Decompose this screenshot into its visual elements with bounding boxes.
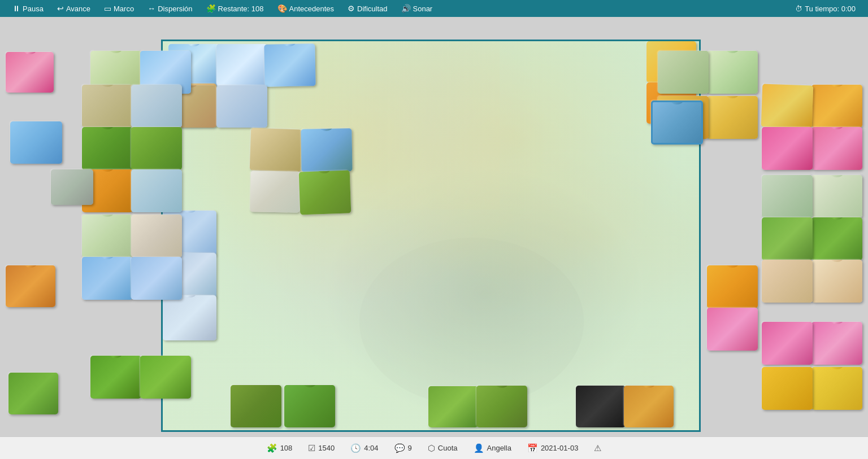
lmid-piece-6[interactable] (131, 127, 182, 170)
board-piece-13[interactable] (284, 385, 335, 427)
date-value: 2021-01-03 (541, 444, 579, 452)
pause-label: Pausa (23, 5, 44, 13)
advance-icon: ↩ (57, 4, 64, 13)
right-piece-4[interactable] (762, 127, 813, 170)
user-display: 👤 Angella (474, 443, 511, 453)
board-piece-19[interactable] (301, 128, 352, 172)
right-piece-8[interactable] (762, 217, 813, 260)
puzzle-board[interactable] (161, 40, 701, 432)
right-piece-3[interactable] (811, 127, 862, 170)
right-piece-1[interactable] (811, 85, 862, 128)
warning-button[interactable]: ⚠ (594, 443, 601, 453)
clock-icon: ⏱ (795, 5, 802, 13)
warning-icon: ⚠ (594, 443, 601, 453)
difficulty-icon: ⚙ (348, 4, 355, 13)
board-piece-15[interactable] (476, 386, 527, 427)
lmid-piece-13[interactable] (90, 356, 141, 399)
board-piece-2[interactable] (216, 44, 267, 86)
pieces-value: 108 (280, 444, 293, 452)
calendar-icon: 📅 (527, 443, 538, 453)
right-piece-13[interactable] (811, 367, 862, 410)
time-display: 🕓 4:04 (350, 443, 378, 453)
statusbar: 🧩 108 ☑ 1540 🕓 4:04 💬 9 ⬡ Cuota 👤 Angell… (0, 436, 868, 459)
left-piece-1[interactable] (6, 52, 54, 93)
puzzle-icon: 🧩 (267, 443, 277, 453)
lmid-piece-3[interactable] (82, 85, 133, 128)
sound-label: Sonar (413, 5, 433, 13)
pieces-count: 🧩 108 (267, 443, 293, 453)
sound-button[interactable]: 🔊 Sonar (394, 0, 440, 17)
advance-button[interactable]: ↩ Avance (50, 0, 97, 17)
rmid-piece-5[interactable] (707, 265, 758, 308)
board-piece-21[interactable] (299, 170, 351, 215)
lmid-piece-4[interactable] (131, 85, 182, 128)
right-piece-6[interactable] (762, 175, 813, 218)
board-piece-9[interactable] (163, 295, 216, 340)
far-right-piece-1[interactable] (651, 100, 703, 145)
antecedents-label: Antecedentes (289, 5, 335, 13)
lmid-piece-9[interactable] (82, 215, 133, 257)
time-value: 4:04 (364, 444, 378, 452)
right-piece-5[interactable] (811, 175, 862, 218)
board-piece-18[interactable] (250, 128, 302, 172)
puzzle-area (0, 17, 868, 442)
right-piece-12[interactable] (762, 322, 813, 365)
rmid-piece-3[interactable] (707, 96, 758, 139)
sound-icon: 🔊 (401, 4, 411, 13)
cuota-label: Cuota (438, 444, 458, 452)
lmid-piece-12[interactable] (131, 257, 182, 300)
date-display: 📅 2021-01-03 (527, 443, 579, 453)
remaining-icon: 🧩 (206, 4, 216, 13)
board-piece-6[interactable] (216, 85, 267, 128)
small-piece-1[interactable] (51, 169, 93, 205)
dispersion-button[interactable]: ↔ Dispersión (141, 0, 199, 17)
left-piece-2[interactable] (10, 121, 62, 164)
board-piece-17[interactable] (624, 386, 674, 427)
count2-value: 1540 (318, 444, 335, 452)
rmid-piece-1[interactable] (707, 51, 758, 94)
antecedents-icon: 🎨 (277, 4, 287, 13)
difficulty-label: Dificultad (357, 5, 387, 13)
board-piece-16[interactable] (576, 386, 626, 427)
frame-icon: ▭ (104, 4, 111, 13)
score-count: ☑ 1540 (308, 443, 335, 453)
rmid-piece-6[interactable] (707, 308, 758, 351)
right-piece-11[interactable] (811, 322, 862, 365)
remaining-label: Restante: 108 (218, 5, 264, 13)
frame-label: Marco (114, 5, 134, 13)
antecedents-button[interactable]: 🎨 Antecedentes (271, 0, 341, 17)
time-icon: 🕓 (350, 443, 361, 453)
advance-label: Avance (66, 5, 90, 13)
lmid-piece-5[interactable] (82, 127, 133, 170)
right-piece-2[interactable] (761, 84, 814, 128)
board-piece-3[interactable] (264, 43, 315, 87)
right-piece-14[interactable] (762, 367, 813, 410)
left-piece-4[interactable] (8, 373, 58, 414)
board-piece-14[interactable] (428, 386, 478, 427)
dispersion-label: Dispersión (158, 5, 192, 13)
comment-icon: 💬 (394, 443, 405, 453)
pause-icon: ⏸ (12, 4, 20, 13)
left-piece-3[interactable] (6, 265, 55, 307)
check-icon: ☑ (308, 443, 315, 453)
timer: ⏱ Tu tiempo: 0:00 (788, 5, 862, 13)
right-piece-10[interactable] (762, 260, 813, 303)
rmid-piece-2[interactable] (658, 51, 709, 94)
board-piece-20[interactable] (250, 171, 300, 213)
remaining-button[interactable]: 🧩 Restante: 108 (199, 0, 271, 17)
lmid-piece-10[interactable] (131, 215, 182, 257)
frame-button[interactable]: ▭ Marco (97, 0, 141, 17)
dispersion-icon: ↔ (147, 4, 155, 13)
difficulty-button[interactable]: ⚙ Dificultad (341, 0, 394, 17)
lmid-piece-11[interactable] (82, 257, 133, 300)
comments-count: 💬 9 (394, 443, 412, 453)
cuota-button[interactable]: ⬡ Cuota (428, 443, 458, 453)
comments-value: 9 (408, 444, 412, 452)
pause-button[interactable]: ⏸ Pausa (6, 0, 50, 17)
right-piece-9[interactable] (811, 260, 862, 303)
lmid-piece-14[interactable] (140, 356, 191, 399)
board-piece-12[interactable] (231, 385, 281, 427)
right-piece-7[interactable] (811, 217, 862, 260)
lmid-piece-8[interactable] (131, 169, 182, 212)
share-icon: ⬡ (428, 443, 435, 453)
